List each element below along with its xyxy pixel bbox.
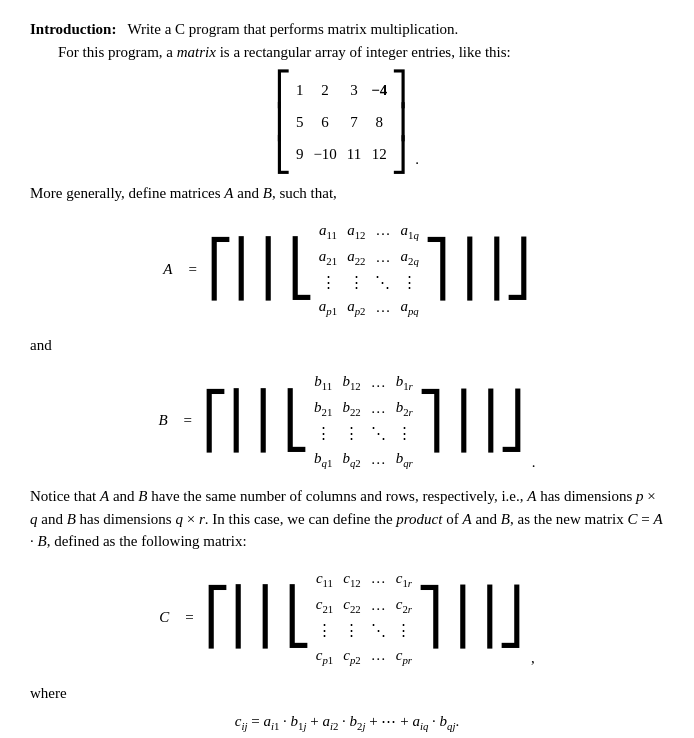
- equals-a: =: [188, 258, 196, 281]
- matrix-b-wrap: B = ⎡⎢⎢⎣ b11 b12 … b1r b21 b22 … b2r ⋮ ⋮…: [158, 366, 535, 475]
- formula-line: cij = ai1 · b1j + ai2 · b2j + ⋯ + aiq · …: [30, 710, 664, 734]
- period-b: .: [532, 451, 536, 476]
- matrix-a-label: A: [163, 258, 172, 281]
- intro-line1: Write a C program that performs matrix m…: [127, 21, 458, 37]
- example-matrix-wrap: ⎡⎢⎣ 1 2 3 −4 5 6 7 8 9 −10 11 12 ⎤⎥⎦ .: [275, 73, 419, 172]
- intro-label: Introduction:: [30, 21, 116, 37]
- matrix-a-section: A = ⎡⎢⎢⎣ a11 a12 … a1q a21 a22 … a2q ⋮ ⋮…: [30, 215, 664, 324]
- notice-paragraph: Notice that A and B have the same number…: [30, 485, 664, 553]
- matrix-a-body: ⎡⎢⎢⎣ a11 a12 … a1q a21 a22 … a2q ⋮ ⋮ ⋱ ⋮…: [207, 215, 531, 324]
- intro-line2: For this program, a matrix is a rectangu…: [30, 44, 511, 60]
- comma-c: ,: [531, 647, 535, 672]
- big-bracket-left-b: ⎡⎢⎢⎣: [202, 366, 310, 475]
- general-text: More generally, define matrices A and B,…: [30, 182, 664, 205]
- big-bracket-right-c: ⎤⎥⎥⎦: [416, 563, 524, 672]
- equals-c: =: [185, 606, 193, 629]
- matrix-c-wrap: C = ⎡⎢⎢⎣ c11 c12 … c1r c21 c22 … c2r ⋮ ⋮…: [159, 563, 534, 672]
- where-section: where: [30, 682, 664, 705]
- where-word: where: [30, 685, 67, 701]
- matrix-a-grid: a11 a12 … a1q a21 a22 … a2q ⋮ ⋮ ⋱ ⋮ ap1 …: [315, 215, 423, 324]
- example-matrix-grid: 1 2 3 −4 5 6 7 8 9 −10 11 12: [292, 73, 391, 172]
- matrix-a-wrap: A = ⎡⎢⎢⎣ a11 a12 … a1q a21 a22 … a2q ⋮ ⋮…: [163, 215, 531, 324]
- and-section: and: [30, 334, 664, 357]
- example-matrix-body: ⎡⎢⎣ 1 2 3 −4 5 6 7 8 9 −10 11 12 ⎤⎥⎦: [275, 73, 408, 172]
- big-bracket-left-a: ⎡⎢⎢⎣: [207, 215, 315, 324]
- equals-b: =: [184, 409, 192, 432]
- matrix-c-label: C: [159, 606, 169, 629]
- example-matrix-section: ⎡⎢⎣ 1 2 3 −4 5 6 7 8 9 −10 11 12 ⎤⎥⎦ .: [30, 73, 664, 172]
- matrix-word: matrix: [177, 44, 216, 60]
- bracket-left: ⎡⎢⎣: [275, 73, 292, 172]
- period: .: [415, 148, 419, 173]
- bracket-right: ⎤⎥⎦: [391, 73, 408, 172]
- formula: cij = ai1 · b1j + ai2 · b2j + ⋯ + aiq · …: [235, 710, 459, 734]
- big-bracket-right-b: ⎤⎥⎥⎦: [417, 366, 525, 475]
- big-bracket-left-c: ⎡⎢⎢⎣: [204, 563, 312, 672]
- matrix-b-grid: b11 b12 … b1r b21 b22 … b2r ⋮ ⋮ ⋱ ⋮ bq1 …: [310, 366, 417, 475]
- intro-paragraph: Introduction: Write a C program that per…: [30, 18, 664, 63]
- matrix-c-grid: c11 c12 … c1r c21 c22 … c2r ⋮ ⋮ ⋱ ⋮ cp1 …: [312, 563, 416, 672]
- matrix-c-body: ⎡⎢⎢⎣ c11 c12 … c1r c21 c22 … c2r ⋮ ⋮ ⋱ ⋮…: [204, 563, 524, 672]
- matrix-b-body: ⎡⎢⎢⎣ b11 b12 … b1r b21 b22 … b2r ⋮ ⋮ ⋱ ⋮…: [202, 366, 525, 475]
- matrix-b-section: B = ⎡⎢⎢⎣ b11 b12 … b1r b21 b22 … b2r ⋮ ⋮…: [30, 366, 664, 475]
- matrix-c-section: C = ⎡⎢⎢⎣ c11 c12 … c1r c21 c22 … c2r ⋮ ⋮…: [30, 563, 664, 672]
- matrix-b-label: B: [158, 409, 167, 432]
- and-word: and: [30, 337, 52, 353]
- big-bracket-right-a: ⎤⎥⎥⎦: [423, 215, 531, 324]
